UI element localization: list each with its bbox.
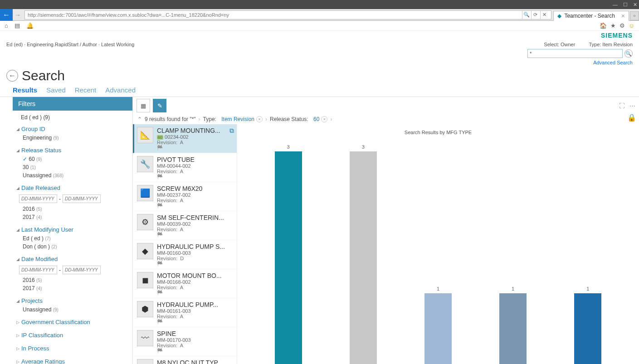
new-tab-button[interactable]: ▫ <box>630 11 639 20</box>
tab-close-icon[interactable]: × <box>621 12 625 19</box>
browser-tab[interactable]: ◆ Teamcenter - Search × <box>553 11 629 21</box>
stop-icon[interactable]: ✕ <box>540 11 548 19</box>
refresh-icon[interactable]: ⟳ <box>531 11 539 19</box>
alert-icon[interactable]: 🔔 <box>26 22 34 29</box>
date-modified-from-input[interactable] <box>19 266 57 274</box>
tab-recent[interactable]: Recent <box>75 86 97 97</box>
browser-back-button[interactable]: ← <box>0 9 13 21</box>
result-thumbnail: ⚙ <box>137 214 153 230</box>
more-options-icon[interactable]: ⋯ <box>629 102 635 109</box>
type-item-revision-label[interactable]: Type: Item Revision <box>589 42 633 47</box>
filter-header-collapsed[interactable]: ▷IP Classification <box>16 330 129 340</box>
rss-icon[interactable]: ▤ <box>15 22 20 29</box>
siemens-logo: SIEMENS <box>601 32 633 39</box>
filter-item-status-unassigned[interactable]: Unassigned (368) <box>16 171 129 180</box>
result-list: 📐CLAMP MOUNTING...60 00234-002Revision: … <box>133 124 237 364</box>
filter-header-groupid[interactable]: ◢Group ID <box>16 124 129 134</box>
home-icon[interactable]: ⌂ <box>5 22 8 29</box>
filter-header-collapsed[interactable]: ▷Average Ratings <box>16 357 129 364</box>
bc-type-remove-icon[interactable]: × <box>256 116 263 122</box>
filter-item-engineering[interactable]: Engineering (9) <box>16 134 129 142</box>
result-id: MM-00161-003 <box>157 308 234 314</box>
result-item[interactable]: 📐CLAMP MOUNTING...60 00234-002Revision: … <box>133 124 237 153</box>
address-url: http://siemensdc:7001/awc/#/frame/view.c… <box>28 12 522 18</box>
date-released-from-input[interactable] <box>19 194 57 203</box>
result-item[interactable]: 🟦SCREW M6X20MM-00237-002Revision: A🏁 <box>133 182 237 211</box>
bar-value-label: 3 <box>362 144 365 150</box>
result-flag-icon: 🏁 <box>157 145 226 150</box>
advanced-search-link[interactable]: Advanced Search <box>593 60 633 65</box>
filter-item-status-60[interactable]: 60 (9) <box>16 155 129 163</box>
browser-tools-icon[interactable]: ⚙ <box>619 22 625 29</box>
main-area: ▼ Filters Ed ( ed ) (9) ◢Group ID Engine… <box>0 97 639 364</box>
bar-rect <box>499 293 527 364</box>
filter-header-release-status[interactable]: ◢Release Status <box>16 146 129 155</box>
result-item[interactable]: ⬣M8 NYLOC NUT TYP...MM-00180-002Revision… <box>133 356 237 364</box>
result-item[interactable]: 🔧PIVOT TUBEMM-00044-002Revision: A🏁 <box>133 153 237 182</box>
tab-results[interactable]: Results <box>13 86 37 97</box>
window-minimize-button[interactable]: — <box>613 2 618 7</box>
filter-header-date-modified[interactable]: ◢Date Modified <box>16 254 129 264</box>
search-tabs: Results Saved Recent Advanced <box>0 83 639 97</box>
bar-value-label: 1 <box>437 286 439 291</box>
result-title: PIVOT TUBE <box>157 156 234 163</box>
browser-forward-button[interactable]: → <box>13 11 23 19</box>
filter-header-date-released[interactable]: ◢Date Released <box>16 183 129 193</box>
browser-smiley-icon[interactable]: ☺ <box>629 22 634 29</box>
result-item[interactable]: ◼MOTOR MOUNT BO...MM-00168-002Revision: … <box>133 269 237 298</box>
chart-bar[interactable]: 1Turned <box>497 286 529 364</box>
filter-item-modified-2017[interactable]: 2017 (4) <box>16 284 129 292</box>
window-close-button[interactable]: ✕ <box>633 2 637 8</box>
result-id: MM-00160-003 <box>157 250 234 256</box>
filter-item-released-2016[interactable]: 2016 (5) <box>16 205 129 213</box>
browser-home-icon[interactable]: 🏠 <box>600 22 607 29</box>
date-released-to-input[interactable] <box>63 194 101 203</box>
page-back-button[interactable]: ← <box>6 70 18 82</box>
select-owner-label[interactable]: Select: Owner <box>544 42 575 47</box>
result-title: CLAMP MOUNTING... <box>157 127 226 134</box>
bc-collapse-icon[interactable]: ⌃ <box>137 116 142 122</box>
result-item[interactable]: ⚙SM SELF-CENTERIN...MM-00039-002Revision… <box>133 211 237 240</box>
result-id: MM-00168-002 <box>157 279 234 285</box>
filter-item-modified-2016[interactable]: 2016 (5) <box>16 276 129 284</box>
quick-search-button[interactable]: 🔍 <box>624 49 633 58</box>
browser-address-bar[interactable]: http://siemensdc:7001/awc/#/frame/view.c… <box>24 10 551 19</box>
result-revision: Revision: A <box>157 198 234 203</box>
filter-item-released-2017[interactable]: 2017 (4) <box>16 213 129 221</box>
chart-area: Search Results by MFG TYPE 3Machined3Pre… <box>237 124 639 364</box>
view-table-button[interactable]: ▦ <box>137 99 150 112</box>
tab-saved[interactable]: Saved <box>46 86 66 97</box>
filter-header-collapsed[interactable]: ▷Government Classification <box>16 317 129 327</box>
date-modified-to-input[interactable] <box>63 266 101 274</box>
chart-bar[interactable]: 3Machined <box>273 144 304 364</box>
view-chart-button[interactable]: ✎ <box>153 99 166 112</box>
browser-favorite-icon[interactable]: ★ <box>610 22 616 29</box>
result-item[interactable]: ◆HYDRAULIC PUMP S...MM-00160-003Revision… <box>133 240 237 269</box>
open-in-new-icon[interactable]: ⧉ <box>229 127 234 135</box>
filter-header-last-user[interactable]: ◢Last Modifying User <box>16 225 129 234</box>
filter-owner[interactable]: Ed ( ed ) (9) <box>16 112 129 124</box>
search-icon[interactable]: 🔍 <box>522 11 530 19</box>
chart-bar[interactable]: 1Purchased <box>422 286 454 364</box>
bc-status[interactable]: Release Status: 60 × <box>270 116 327 122</box>
filter-item-project-unassigned[interactable]: Unassigned (9) <box>16 306 129 314</box>
filter-item-user-don[interactable]: Don ( don ) (2) <box>16 243 129 251</box>
browser-toolbar: ← → http://siemensdc:7001/awc/#/frame/vi… <box>0 9 639 21</box>
chart-bar[interactable]: 1Unassigned <box>572 286 604 364</box>
bc-status-remove-icon[interactable]: × <box>321 116 327 122</box>
result-revision: Revision: A <box>157 169 234 174</box>
result-item[interactable]: 〰SPINEMM-00170-003Revision: A🏁 <box>133 327 237 356</box>
result-title: HYDRAULIC PUMP S... <box>157 243 234 250</box>
filter-item-user-ed[interactable]: Ed ( ed ) (7) <box>16 234 129 243</box>
filter-header-collapsed[interactable]: ▷In Process <box>16 344 129 353</box>
bc-type[interactable]: Type: Item Revision × <box>203 116 263 122</box>
quick-search-input[interactable]: * <box>527 49 623 58</box>
chart-bar[interactable]: 3Press Break <box>347 144 379 364</box>
expand-icon[interactable]: ⛶ <box>619 102 625 109</box>
filter-item-status-30[interactable]: 30 (1) <box>16 163 129 171</box>
result-item[interactable]: ⬢HYDRAULIC PUMP...MM-00161-003Revision: … <box>133 298 237 327</box>
result-title: M8 NYLOC NUT TYP... <box>157 359 234 364</box>
filter-header-projects[interactable]: ◢Projects <box>16 296 129 306</box>
window-maximize-button[interactable]: ☐ <box>623 2 628 8</box>
tab-advanced[interactable]: Advanced <box>105 86 136 97</box>
